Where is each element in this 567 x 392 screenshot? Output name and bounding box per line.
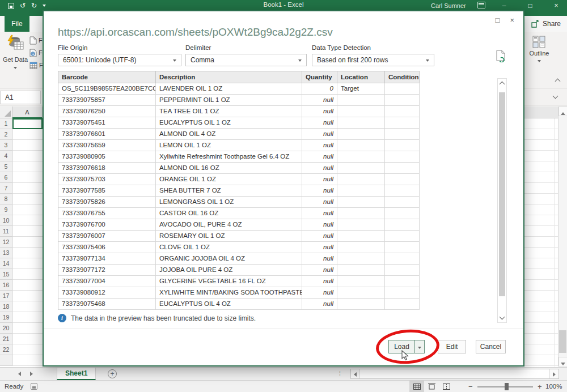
- cell[interactable]: [12, 355, 43, 366]
- collapse-ribbon-icon[interactable]: [555, 79, 561, 84]
- scroll-left-icon[interactable]: [351, 369, 360, 378]
- row-number[interactable]: 16: [0, 280, 12, 291]
- column-header[interactable]: Condition: [385, 71, 420, 83]
- dialog-scrollbar-thumb[interactable]: [499, 92, 505, 296]
- name-box[interactable]: A1: [0, 91, 41, 104]
- cell[interactable]: [12, 204, 43, 215]
- row-number[interactable]: 11: [0, 226, 12, 237]
- next-sheet-icon[interactable]: [30, 372, 33, 376]
- page-break-view-button[interactable]: [439, 381, 454, 392]
- column-header-a[interactable]: A: [12, 106, 43, 118]
- vertical-scrollbar[interactable]: [558, 106, 567, 367]
- cell[interactable]: [12, 344, 43, 355]
- load-split-caret[interactable]: [414, 340, 425, 353]
- column-header[interactable]: Description: [156, 71, 302, 83]
- dialog-scroll-up-icon[interactable]: [500, 82, 505, 87]
- scroll-up-icon[interactable]: [558, 106, 567, 116]
- cell[interactable]: [12, 226, 43, 237]
- row-number[interactable]: 20: [0, 323, 12, 334]
- column-header[interactable]: Barcode: [58, 71, 156, 83]
- zoom-in-button[interactable]: +: [538, 382, 542, 391]
- add-sheet-button[interactable]: +: [108, 369, 117, 378]
- row-number[interactable]: 14: [0, 258, 12, 269]
- outline-button[interactable]: Outline: [526, 35, 552, 63]
- cell[interactable]: [12, 183, 43, 194]
- cell[interactable]: [12, 194, 43, 204]
- row-number[interactable]: 12: [0, 237, 12, 248]
- cell[interactable]: [12, 323, 43, 334]
- row-number[interactable]: 15: [0, 269, 12, 280]
- cell[interactable]: [12, 237, 43, 248]
- row-number[interactable]: 13: [0, 248, 12, 258]
- delimiter-dropdown[interactable]: Comma: [185, 54, 307, 66]
- horizontal-scrollbar[interactable]: [350, 369, 559, 379]
- close-button[interactable]: ×: [547, 0, 566, 11]
- cancel-button[interactable]: Cancel: [476, 340, 506, 353]
- formula-bar-expand-icon[interactable]: [553, 93, 558, 99]
- cell[interactable]: [12, 161, 43, 172]
- cell[interactable]: [12, 151, 43, 161]
- zoom-out-button[interactable]: −: [468, 382, 473, 391]
- column-header[interactable]: Location: [337, 71, 385, 83]
- share-button[interactable]: Share: [531, 16, 561, 32]
- row-number[interactable]: 22: [0, 344, 12, 355]
- table-cell: [337, 276, 385, 287]
- dialog-scroll-down-icon[interactable]: [500, 314, 505, 320]
- cell[interactable]: [12, 280, 43, 291]
- scroll-right-icon[interactable]: [549, 369, 558, 378]
- data-type-detection-dropdown[interactable]: Based on first 200 rows: [312, 54, 434, 66]
- row-number[interactable]: 9: [0, 204, 12, 215]
- get-data-button[interactable]: Get Data: [2, 34, 28, 86]
- row-number[interactable]: 1: [0, 118, 12, 129]
- vertical-scrollbar-thumb[interactable]: [559, 330, 566, 353]
- column-header[interactable]: Quantity: [302, 71, 337, 83]
- row-number[interactable]: 21: [0, 334, 12, 344]
- cell[interactable]: [12, 291, 43, 301]
- row-number[interactable]: 7: [0, 183, 12, 194]
- row-number[interactable]: [0, 355, 12, 366]
- select-all-corner[interactable]: [0, 106, 12, 118]
- cell[interactable]: [12, 334, 43, 344]
- cell[interactable]: [12, 172, 43, 183]
- signed-in-user[interactable]: Carl Sumner: [431, 2, 466, 9]
- row-number[interactable]: 18: [0, 301, 12, 312]
- row-number[interactable]: 8: [0, 194, 12, 204]
- cell[interactable]: [12, 301, 43, 312]
- cell[interactable]: [12, 248, 43, 258]
- normal-view-button[interactable]: [409, 381, 424, 392]
- row-number[interactable]: 17: [0, 291, 12, 301]
- ribbon-display-options-icon[interactable]: [477, 2, 485, 8]
- cell[interactable]: [12, 129, 43, 140]
- cell[interactable]: [12, 140, 43, 151]
- cell-a1-selected[interactable]: [12, 118, 43, 129]
- row-number[interactable]: 3: [0, 140, 12, 151]
- tab-splitter-handle[interactable]: ⁞: [339, 370, 341, 377]
- cell[interactable]: [12, 215, 43, 226]
- row-number[interactable]: 5: [0, 161, 12, 172]
- scroll-down-icon[interactable]: [558, 357, 567, 367]
- zoom-percentage[interactable]: 100%: [545, 383, 562, 390]
- page-layout-view-button[interactable]: [424, 381, 439, 392]
- file-tab[interactable]: File: [5, 16, 29, 32]
- zoom-slider-thumb[interactable]: [505, 383, 509, 390]
- cell[interactable]: [12, 269, 43, 280]
- maximize-button[interactable]: □: [521, 0, 540, 11]
- file-origin-dropdown[interactable]: 65001: Unicode (UTF-8): [58, 54, 181, 66]
- cell[interactable]: [12, 312, 43, 323]
- sheet-tab-sheet1[interactable]: Sheet1: [57, 368, 96, 380]
- dialog-scrollbar[interactable]: [497, 78, 507, 323]
- minimize-button[interactable]: –: [494, 0, 514, 11]
- row-number[interactable]: 10: [0, 215, 12, 226]
- prev-sheet-icon[interactable]: [18, 372, 21, 376]
- dialog-maximize-icon[interactable]: □: [496, 16, 500, 24]
- row-number[interactable]: 2: [0, 129, 12, 140]
- row-number[interactable]: 4: [0, 151, 12, 161]
- cell[interactable]: [12, 258, 43, 269]
- row-number[interactable]: 6: [0, 172, 12, 183]
- row-number[interactable]: 19: [0, 312, 12, 323]
- load-button[interactable]: Load: [388, 340, 414, 353]
- refresh-preview-icon[interactable]: [496, 50, 506, 62]
- edit-button[interactable]: Edit: [438, 340, 466, 353]
- macro-record-icon[interactable]: [31, 383, 37, 390]
- dialog-close-icon[interactable]: ×: [510, 16, 514, 24]
